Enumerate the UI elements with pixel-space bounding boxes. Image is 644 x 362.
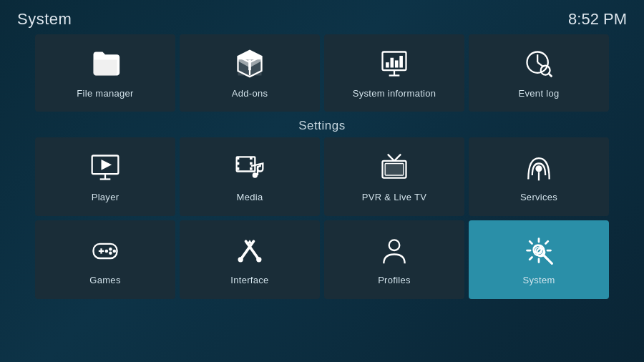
- svg-rect-21: [237, 167, 240, 170]
- svg-line-28: [394, 154, 401, 160]
- tv-antenna-icon: [379, 152, 410, 186]
- tile-profiles[interactable]: Profiles: [324, 220, 464, 299]
- svg-point-38: [113, 249, 117, 253]
- monitor-play-icon: [89, 152, 121, 186]
- gear-wrench-icon: [523, 235, 555, 269]
- svg-line-13: [549, 73, 552, 77]
- tile-services[interactable]: Services: [469, 137, 609, 216]
- podcast-icon: [523, 152, 555, 186]
- box-icon: [234, 48, 265, 82]
- clock: 8:52 PM: [568, 10, 627, 29]
- svg-point-37: [109, 247, 112, 250]
- tile-system[interactable]: System: [469, 220, 609, 299]
- tile-add-ons-label: Add-ons: [232, 88, 268, 99]
- tile-interface[interactable]: Interface: [180, 220, 320, 299]
- svg-rect-8: [399, 56, 403, 68]
- svg-line-27: [388, 154, 394, 160]
- chart-icon: [379, 48, 410, 82]
- tile-system-information-label: System information: [353, 88, 436, 99]
- tile-system-label: System: [522, 275, 555, 285]
- svg-rect-7: [395, 60, 399, 67]
- media-icon: [234, 152, 265, 186]
- tile-player-label: Player: [92, 192, 119, 202]
- tile-profiles-label: Profiles: [378, 275, 411, 285]
- tile-system-information[interactable]: System information: [324, 34, 464, 112]
- svg-marker-17: [102, 160, 112, 170]
- svg-rect-30: [385, 163, 404, 175]
- svg-point-32: [535, 165, 542, 172]
- settings-row-1: Player Media: [0, 137, 644, 216]
- svg-point-43: [238, 257, 243, 262]
- svg-point-44: [256, 257, 261, 262]
- tile-games-label: Games: [89, 275, 120, 285]
- tile-services-label: Services: [520, 192, 557, 202]
- settings-label: Settings: [0, 114, 644, 137]
- tile-file-manager[interactable]: File manager: [35, 34, 175, 112]
- tile-add-ons[interactable]: Add-ons: [180, 34, 320, 112]
- tile-pvr-live-tv[interactable]: PVR & Live TV: [324, 137, 464, 216]
- svg-rect-6: [391, 57, 394, 67]
- svg-marker-45: [247, 240, 252, 244]
- tile-event-log-label: Event log: [519, 88, 560, 99]
- top-row: File manager Add-ons: [0, 34, 644, 112]
- svg-rect-5: [386, 62, 389, 67]
- tile-player[interactable]: Player: [35, 137, 175, 216]
- svg-point-39: [109, 251, 112, 255]
- svg-line-11: [537, 62, 542, 67]
- svg-rect-22: [250, 157, 253, 160]
- person-icon: [379, 235, 410, 269]
- tools-icon: [234, 235, 265, 269]
- tile-file-manager-label: File manager: [77, 88, 133, 99]
- tile-pvr-live-tv-label: PVR & Live TV: [362, 192, 426, 202]
- svg-rect-24: [250, 167, 253, 170]
- svg-rect-20: [237, 162, 240, 165]
- tile-interface-label: Interface: [230, 275, 268, 285]
- svg-point-40: [105, 249, 109, 253]
- tile-games[interactable]: Games: [35, 220, 175, 299]
- gamepad-icon: [89, 235, 121, 269]
- folder-icon: [89, 48, 121, 82]
- app-title: System: [17, 10, 72, 29]
- tile-media[interactable]: Media: [180, 137, 320, 216]
- clock-search-icon: [523, 48, 555, 82]
- svg-rect-19: [237, 157, 240, 160]
- svg-rect-23: [250, 162, 253, 165]
- tile-media-label: Media: [237, 192, 263, 202]
- tile-event-log[interactable]: Event log: [469, 34, 609, 112]
- svg-point-46: [389, 240, 400, 250]
- settings-row-2: Games Interface Profiles: [0, 220, 644, 299]
